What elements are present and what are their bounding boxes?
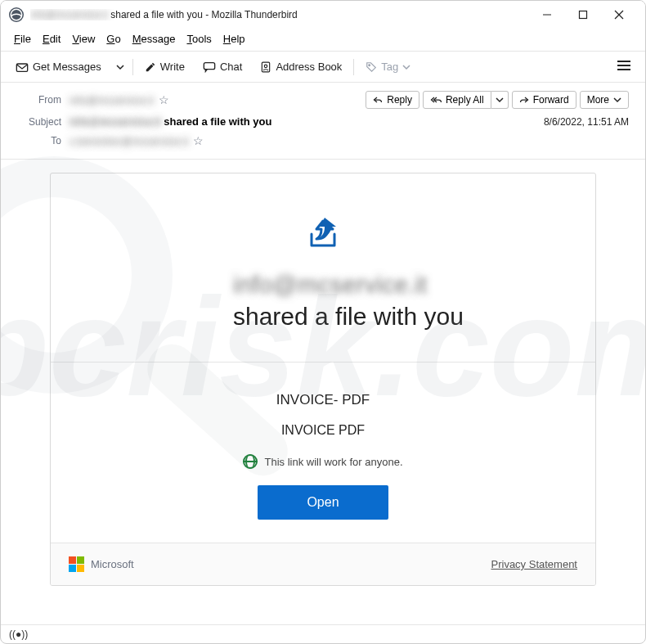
star-from-icon[interactable]: ☆ — [159, 93, 169, 106]
svg-point-9 — [369, 64, 370, 65]
star-to-icon[interactable]: ☆ — [193, 134, 204, 147]
window-title-redacted: info@mcservice.it — [30, 9, 108, 20]
chat-button[interactable]: Chat — [196, 57, 249, 76]
menu-view[interactable]: View — [67, 30, 100, 47]
microsoft-logo: Microsoft — [69, 556, 134, 572]
microsoft-icon — [69, 556, 84, 572]
forward-label: Forward — [533, 94, 569, 106]
to-label: To — [17, 135, 70, 146]
reply-all-label: Reply All — [446, 94, 484, 106]
reply-label: Reply — [387, 94, 412, 106]
message-datetime: 8/6/2022, 11:51 AM — [544, 116, 629, 128]
card-mid: INVOICE- PDF INVOICE PDF This link will … — [51, 362, 595, 543]
more-label: More — [587, 94, 609, 106]
link-scope-text: This link will work for anyone. — [264, 456, 402, 468]
write-button[interactable]: Write — [138, 57, 191, 76]
message-body[interactable]: info@mcservice.it shared a file with you… — [1, 160, 645, 624]
tag-button[interactable]: Tag — [359, 57, 417, 76]
from-value[interactable]: info@mcservice.it — [70, 94, 154, 106]
status-connection-icon: ((●)) — [9, 628, 28, 640]
header-actions: Reply Reply All Forward More — [366, 91, 629, 109]
toolbar: Get Messages Write Chat Address Book Tag — [1, 51, 645, 83]
get-messages-label: Get Messages — [33, 61, 101, 73]
privacy-link[interactable]: Privacy Statement — [491, 558, 578, 570]
menu-edit[interactable]: Edit — [38, 30, 65, 47]
address-book-label: Address Book — [276, 61, 342, 73]
menu-file[interactable]: File — [9, 30, 36, 47]
window: info@mcservice.it shared a file with you… — [0, 0, 646, 644]
svg-rect-2 — [580, 11, 587, 19]
titlebar: info@mcservice.it shared a file with you… — [1, 1, 645, 29]
link-scope-row: This link will work for anyone. — [67, 454, 579, 469]
statusbar: ((●)) — [1, 624, 645, 643]
subject-suffix: shared a file with you — [161, 115, 272, 128]
app-menu-button[interactable] — [611, 56, 637, 77]
open-button-label: Open — [307, 495, 339, 509]
card-footer: Microsoft Privacy Statement — [51, 543, 595, 585]
subject-value: info@mcservice.it shared a file with you — [70, 115, 271, 128]
share-icon — [83, 214, 563, 254]
file-name: INVOICE- PDF — [67, 392, 579, 408]
window-title: info@mcservice.it shared a file with you… — [30, 9, 529, 20]
card-top: info@mcservice.it shared a file with you — [51, 173, 595, 362]
forward-button[interactable]: Forward — [512, 91, 576, 109]
more-button[interactable]: More — [580, 91, 629, 109]
from-label: From — [17, 94, 70, 106]
reply-all-group: Reply All — [423, 91, 509, 109]
write-label: Write — [160, 61, 185, 73]
reply-button[interactable]: Reply — [366, 91, 419, 109]
app-icon — [9, 7, 24, 22]
menu-go[interactable]: Go — [101, 30, 125, 47]
maximize-button[interactable] — [565, 3, 601, 26]
window-title-suffix: shared a file with you - Mozilla Thunder… — [108, 9, 298, 20]
address-book-button[interactable]: Address Book — [253, 57, 348, 76]
reply-all-button[interactable]: Reply All — [423, 91, 491, 109]
menubar: File Edit View Go Message Tools Help — [1, 29, 645, 51]
svg-rect-5 — [16, 64, 27, 71]
get-messages-dropdown[interactable] — [113, 60, 128, 74]
subject-redacted: info@mcservice.it — [70, 115, 161, 128]
close-button[interactable] — [601, 3, 637, 26]
subject-label: Subject — [17, 116, 70, 128]
reply-all-dropdown[interactable] — [491, 91, 509, 109]
minimize-button[interactable] — [529, 3, 565, 26]
message-header: From info@mcservice.it ☆ Reply Reply All — [1, 83, 645, 160]
menu-message[interactable]: Message — [128, 30, 181, 47]
menu-help[interactable]: Help — [218, 30, 250, 47]
to-value[interactable]: s.bereshev@mcservice.it — [70, 135, 188, 147]
share-heading-redacted: info@mcservice.it — [233, 271, 427, 298]
share-heading: info@mcservice.it shared a file with you — [151, 268, 495, 332]
svg-rect-6 — [204, 62, 214, 69]
share-heading-suffix: shared a file with you — [233, 303, 464, 330]
tag-label: Tag — [381, 61, 398, 73]
globe-icon — [243, 454, 258, 469]
open-button[interactable]: Open — [258, 485, 388, 520]
share-card: info@mcservice.it shared a file with you… — [50, 173, 596, 586]
file-description: INVOICE PDF — [67, 423, 579, 438]
chat-label: Chat — [220, 61, 242, 73]
menu-tools[interactable]: Tools — [182, 30, 216, 47]
get-messages-button[interactable]: Get Messages — [9, 57, 108, 76]
microsoft-label: Microsoft — [91, 558, 134, 570]
svg-point-8 — [265, 65, 268, 68]
